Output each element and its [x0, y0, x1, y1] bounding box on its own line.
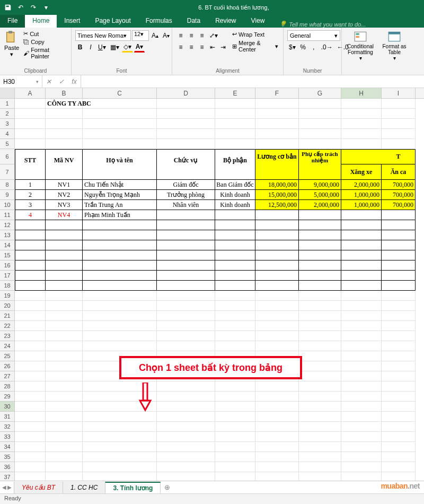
cell[interactable] [46, 442, 83, 452]
cell[interactable] [83, 341, 157, 351]
cell[interactable] [46, 341, 83, 351]
row-header-31[interactable]: 31 [0, 412, 14, 422]
cell[interactable] [341, 392, 382, 402]
cell[interactable] [46, 351, 83, 361]
cell[interactable] [299, 250, 341, 260]
cell[interactable] [299, 260, 341, 271]
font-name-select[interactable]: Times New Roma▾ [75, 30, 131, 41]
row-header-23[interactable]: 23 [0, 331, 14, 341]
cell[interactable] [299, 271, 341, 281]
row-header-15[interactable]: 15 [0, 250, 14, 260]
cell[interactable] [215, 402, 255, 412]
cell[interactable] [15, 230, 46, 240]
cell[interactable] [215, 164, 255, 180]
cell[interactable] [15, 472, 46, 481]
cell[interactable] [255, 230, 299, 240]
cell[interactable] [157, 260, 215, 271]
cell[interactable] [157, 250, 215, 260]
cell[interactable] [382, 291, 416, 301]
cell[interactable] [83, 99, 157, 109]
cell[interactable] [299, 371, 341, 381]
cell[interactable] [255, 392, 299, 402]
cell[interactable] [299, 432, 341, 442]
cell[interactable] [255, 260, 299, 271]
cell[interactable] [157, 422, 215, 432]
cell[interactable] [382, 452, 416, 462]
cell[interactable] [83, 412, 157, 422]
cell[interactable] [15, 422, 46, 432]
cell[interactable]: 18,000,000 [255, 180, 299, 190]
cell[interactable]: Xăng xe [341, 164, 382, 180]
cell[interactable] [46, 109, 83, 119]
cell[interactable] [299, 210, 341, 220]
cell[interactable] [382, 139, 416, 149]
cell[interactable] [46, 472, 83, 481]
cell[interactable] [255, 129, 299, 139]
cell[interactable] [255, 220, 299, 230]
row-header-22[interactable]: 22 [0, 321, 14, 331]
cell[interactable] [341, 462, 382, 472]
cell[interactable] [341, 129, 382, 139]
cell[interactable] [157, 341, 215, 351]
cell[interactable] [255, 139, 299, 149]
row-header-21[interactable]: 21 [0, 311, 14, 321]
cell[interactable] [215, 119, 255, 129]
cell[interactable] [83, 301, 157, 311]
cell[interactable] [382, 301, 416, 311]
paste-button[interactable]: Paste▾ [2, 29, 21, 59]
cell[interactable] [46, 291, 83, 301]
cell[interactable] [382, 210, 416, 220]
row-header-25[interactable]: 25 [0, 351, 14, 361]
cell[interactable] [46, 381, 83, 392]
row-header-2[interactable]: 2 [0, 109, 14, 119]
cell[interactable] [341, 291, 382, 301]
cell[interactable] [15, 291, 46, 301]
cell[interactable]: Ăn ca [382, 164, 416, 180]
cell[interactable] [341, 432, 382, 442]
cell[interactable] [15, 392, 46, 402]
cell[interactable] [255, 311, 299, 321]
row-header-13[interactable]: 13 [0, 230, 14, 240]
row-header-9[interactable]: 9 [0, 190, 14, 200]
comma-button[interactable]: , [309, 42, 319, 53]
col-header-G[interactable]: G [299, 88, 341, 98]
sheet-tab-yeucau[interactable]: Yêu cầu BT [14, 482, 63, 493]
cell[interactable]: 1 [15, 180, 46, 190]
cell[interactable] [83, 291, 157, 301]
cell[interactable] [46, 321, 83, 331]
cell[interactable] [341, 250, 382, 260]
cell[interactable] [341, 381, 382, 392]
cell[interactable] [299, 351, 341, 361]
cell[interactable] [255, 432, 299, 442]
cell[interactable]: 2,000,000 [299, 200, 341, 210]
cell[interactable] [157, 402, 215, 412]
increase-font-button[interactable]: A▴ [150, 30, 160, 41]
row-header-29[interactable]: 29 [0, 392, 14, 402]
cell[interactable] [382, 129, 416, 139]
cell[interactable] [215, 422, 255, 432]
cell[interactable]: 4 [15, 210, 46, 220]
cell[interactable] [215, 462, 255, 472]
row-header-33[interactable]: 33 [0, 432, 14, 442]
cell[interactable] [299, 129, 341, 139]
cell[interactable] [341, 472, 382, 481]
cell[interactable] [382, 281, 416, 291]
cell[interactable] [157, 109, 215, 119]
cell[interactable] [15, 220, 46, 230]
cell[interactable] [46, 281, 83, 291]
cell[interactable]: NV4 [46, 210, 83, 220]
cell[interactable] [46, 240, 83, 250]
cell[interactable] [157, 412, 215, 422]
cell[interactable] [83, 452, 157, 462]
col-header-I[interactable]: I [382, 88, 416, 98]
row-header-19[interactable]: 19 [0, 291, 14, 301]
accounting-button[interactable]: $▾ [287, 42, 297, 53]
cell[interactable] [341, 452, 382, 462]
cell[interactable] [15, 109, 46, 119]
cell[interactable] [157, 281, 215, 291]
cell[interactable] [15, 301, 46, 311]
col-header-D[interactable]: D [157, 88, 215, 98]
save-icon[interactable] [2, 2, 14, 13]
cell[interactable] [46, 164, 83, 180]
cell[interactable] [215, 321, 255, 331]
